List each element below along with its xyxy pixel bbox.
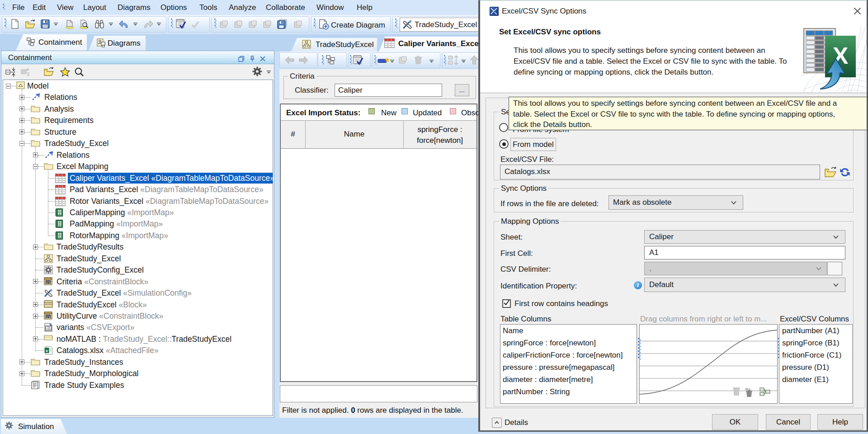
svg-text:{}: {} [46, 315, 50, 319]
svg-text:CSV: CSV [46, 329, 51, 331]
svg-text:x: x [46, 348, 48, 353]
svg-text:{}: {} [46, 280, 50, 284]
